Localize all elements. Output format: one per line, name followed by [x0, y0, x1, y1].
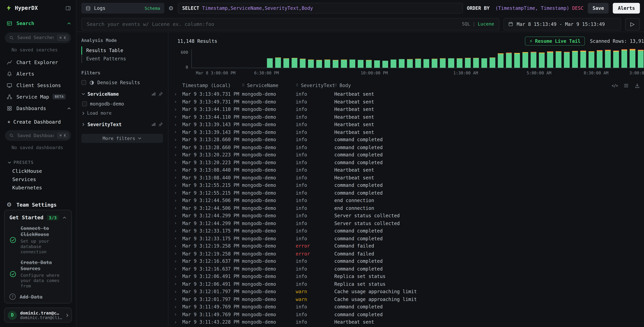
row-expand-chevron-icon[interactable]	[173, 114, 182, 120]
row-expand-chevron-icon[interactable]	[173, 320, 182, 325]
table-row[interactable]: Mar 9 3:13:44.110 PMmongodb-demoinfoHear…	[173, 106, 644, 113]
get-started-step[interactable]: Connect to ClickHouse Set up your databa…	[10, 226, 67, 255]
row-expand-chevron-icon[interactable]	[173, 244, 182, 249]
table-row[interactable]: Mar 9 3:13:39.143 PMmongodb-demoinfoHear…	[173, 121, 644, 128]
denoise-checkbox[interactable]	[81, 80, 86, 85]
row-expand-chevron-icon[interactable]	[173, 190, 182, 196]
table-row[interactable]: Mar 9 3:12:55.215 PMmongodb-demoinfocomm…	[173, 189, 644, 197]
row-expand-chevron-icon[interactable]	[173, 182, 182, 188]
more-filters-button[interactable]: More filters	[81, 134, 163, 143]
histogram-bar[interactable]	[547, 52, 553, 68]
histogram-bar[interactable]	[382, 61, 388, 68]
table-row[interactable]: Mar 9 3:12:01.797 PMmongodb-demowarnCach…	[173, 296, 644, 303]
table-row[interactable]: Mar 9 3:13:20.223 PMmongodb-demoinfocomm…	[173, 151, 644, 159]
histogram-bar[interactable]	[638, 50, 644, 68]
mode-sql[interactable]: SQL	[462, 21, 470, 27]
table-row[interactable]: Mar 9 3:13:49.731 PMmongodb-demoinfoHear…	[173, 98, 644, 106]
load-more-button[interactable]: Load more	[81, 110, 163, 116]
sidebar-item-client-sessions[interactable]: Client Sessions	[0, 80, 76, 91]
table-row[interactable]: Mar 9 3:12:16.637 PMmongodb-demoinfocomm…	[173, 265, 644, 273]
table-row[interactable]: Mar 9 3:13:39.143 PMmongodb-demoinfoHear…	[173, 128, 644, 136]
row-expand-chevron-icon[interactable]	[173, 99, 182, 104]
saved-dashboards-input[interactable]: Saved Dashboards ⌘ K	[5, 130, 71, 141]
row-expand-chevron-icon[interactable]	[173, 281, 182, 287]
table-row[interactable]: Mar 9 3:12:44.506 PMmongodb-demoinfoend …	[173, 204, 644, 212]
row-expand-chevron-icon[interactable]	[173, 198, 182, 203]
row-expand-chevron-icon[interactable]	[173, 160, 182, 165]
row-expand-chevron-icon[interactable]	[173, 236, 182, 241]
table-row[interactable]: Mar 9 3:12:44.506 PMmongodb-demoinfoend …	[173, 197, 644, 204]
table-row[interactable]: Mar 9 3:12:33.175 PMmongodb-demoinfocomm…	[173, 227, 644, 235]
save-button[interactable]: Save	[588, 3, 609, 14]
histogram-bar[interactable]	[267, 58, 272, 68]
histogram-bar[interactable]	[284, 58, 289, 68]
histogram-bar[interactable]	[350, 59, 355, 68]
histogram-bar[interactable]	[407, 59, 413, 68]
table-row[interactable]: Mar 9 3:12:19.258 PMmongodb-demoerrorCom…	[173, 250, 644, 258]
row-expand-chevron-icon[interactable]	[173, 122, 182, 127]
table-row[interactable]: Mar 9 3:13:08.440 PMmongodb-demoinfoHear…	[173, 174, 644, 182]
table-row[interactable]: Mar 9 3:11:49.769 PMmongodb-demoinfocomm…	[173, 303, 644, 310]
histogram-bar[interactable]	[622, 49, 627, 68]
histogram-bar[interactable]	[390, 59, 396, 68]
row-expand-chevron-icon[interactable]	[173, 130, 182, 135]
histogram-bar[interactable]	[506, 52, 512, 68]
sidebar-item-chart-explorer[interactable]: Chart Explorer	[0, 57, 76, 68]
mode-event-patterns[interactable]: Event Patterns	[81, 54, 163, 63]
histogram-bar[interactable]	[415, 59, 421, 68]
sidebar-item-dashboards[interactable]: Dashboards	[0, 102, 76, 114]
preset-item-clickhouse[interactable]: ClickHouse	[0, 167, 76, 175]
histogram-bar[interactable]	[605, 50, 611, 68]
drag-grip-icon[interactable]: ⠿	[334, 83, 337, 88]
row-expand-chevron-icon[interactable]	[173, 251, 182, 256]
histogram-bar[interactable]	[316, 60, 322, 68]
row-expand-chevron-icon[interactable]	[173, 175, 182, 180]
preset-item-services[interactable]: Services	[0, 176, 76, 184]
row-expand-chevron-icon[interactable]	[173, 289, 182, 294]
table-row[interactable]: Mar 9 3:12:33.175 PMmongodb-demoinfocomm…	[173, 235, 644, 242]
schema-link[interactable]: Schema	[144, 6, 160, 11]
histogram-bar[interactable]	[522, 52, 528, 68]
histogram-bar[interactable]	[440, 58, 446, 68]
histogram-bar[interactable]	[424, 59, 429, 68]
format-code-icon[interactable]	[612, 83, 618, 88]
sidebar-collapse-icon[interactable]	[65, 5, 71, 11]
histogram-bar[interactable]	[490, 57, 495, 68]
saved-searches-input[interactable]: Saved Searches ⌘ K	[5, 32, 71, 43]
mode-lucene[interactable]: Lucene	[478, 21, 494, 27]
get-started-step[interactable]: Create Data Sources Configure where your…	[10, 260, 67, 289]
row-expand-chevron-icon[interactable]	[173, 221, 182, 226]
histogram-bar[interactable]	[539, 52, 545, 68]
histogram-bar[interactable]	[597, 50, 602, 68]
table-row[interactable]: Mar 9 3:12:19.258 PMmongodb-demoerrorCom…	[173, 242, 644, 250]
row-expand-chevron-icon[interactable]	[173, 152, 182, 158]
table-row[interactable]: Mar 9 3:12:55.215 PMmongodb-demoinfocomm…	[173, 182, 644, 189]
query-language-toggle[interactable]: SQL | Lucene	[462, 21, 494, 27]
facet-chart-icon[interactable]	[151, 92, 156, 96]
facet-option-mongodb-demo[interactable]: mongodb-demo	[82, 101, 163, 107]
get-started-step[interactable]: Add Data	[10, 294, 67, 300]
row-expand-chevron-icon[interactable]	[173, 258, 182, 264]
histogram-bar[interactable]	[531, 52, 536, 68]
drag-grip-icon[interactable]: ⠿	[242, 83, 244, 88]
preset-item-kubernetes[interactable]: Kubernetes	[0, 184, 76, 192]
row-expand-chevron-icon[interactable]	[173, 304, 182, 310]
histogram-bar[interactable]	[556, 51, 561, 68]
histogram-bar[interactable]	[275, 57, 281, 68]
table-row[interactable]: Mar 9 3:13:44.110 PMmongodb-demoinfoHear…	[173, 113, 644, 121]
column-header-timestamp[interactable]: Timestamp (Local)	[182, 82, 242, 88]
drag-grip-icon[interactable]: ⠿	[296, 83, 298, 88]
download-icon[interactable]	[634, 83, 640, 88]
facet-checkbox[interactable]	[82, 102, 87, 106]
histogram-bar[interactable]	[630, 49, 636, 68]
histogram-bar[interactable]	[456, 58, 462, 68]
date-range-picker[interactable]: Mar 8 15:13:49 - Mar 9 15:13:49	[504, 18, 621, 30]
table-row[interactable]: Mar 9 3:12:06.491 PMmongodb-demoinfoRepl…	[173, 280, 644, 288]
sidebar-item-search[interactable]: Search	[0, 18, 76, 29]
source-selector[interactable]: Logs Schema	[81, 3, 164, 14]
table-row[interactable]: Mar 9 3:13:08.440 PMmongodb-demoinfoHear…	[173, 166, 644, 174]
row-expand-chevron-icon[interactable]	[173, 168, 182, 173]
presets-toggle[interactable]: PRESETS	[8, 160, 70, 165]
mode-results-table[interactable]: Results Table	[81, 46, 163, 54]
histogram-bar[interactable]	[358, 60, 363, 68]
